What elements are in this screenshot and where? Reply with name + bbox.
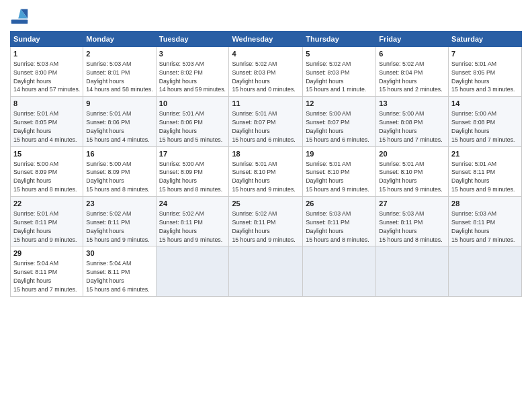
- calendar-cell: 8Sunrise: 5:01 AMSunset: 8:05 PMDaylight…: [11, 97, 83, 146]
- svg-rect-3: [11, 19, 28, 24]
- day-number: 17: [159, 149, 226, 159]
- day-number: 4: [232, 49, 300, 59]
- day-number: 12: [306, 99, 373, 109]
- day-number: 27: [379, 199, 445, 209]
- header: [10, 7, 522, 26]
- page: SundayMondayTuesdayWednesdayThursdayFrid…: [0, 0, 532, 411]
- calendar-cell: 30Sunrise: 5:04 AMSunset: 8:11 PMDayligh…: [83, 246, 156, 296]
- calendar-cell: 21Sunrise: 5:01 AMSunset: 8:11 PMDayligh…: [449, 146, 522, 196]
- calendar-cell: 2Sunrise: 5:03 AMSunset: 8:01 PMDaylight…: [83, 47, 156, 97]
- day-header-tuesday: Tuesday: [156, 32, 229, 47]
- day-number: 22: [13, 199, 80, 209]
- day-number: 24: [159, 199, 226, 209]
- day-info: Sunrise: 5:00 AMSunset: 8:09 PMDaylight …: [159, 161, 222, 193]
- day-info: Sunrise: 5:03 AMSunset: 8:11 PMDaylight …: [451, 210, 515, 243]
- day-number: 11: [232, 99, 300, 109]
- day-info: Sunrise: 5:00 AMSunset: 8:07 PMDaylight …: [306, 110, 369, 143]
- day-number: 23: [86, 199, 152, 209]
- calendar-cell: 10Sunrise: 5:01 AMSunset: 8:06 PMDayligh…: [156, 97, 229, 146]
- calendar-cell: [376, 246, 449, 296]
- day-header-saturday: Saturday: [449, 32, 522, 47]
- day-info: Sunrise: 5:01 AMSunset: 8:11 PMDaylight …: [13, 210, 77, 243]
- calendar-table: SundayMondayTuesdayWednesdayThursdayFrid…: [10, 31, 522, 297]
- day-info: Sunrise: 5:02 AMSunset: 8:11 PMDaylight …: [159, 210, 222, 243]
- day-number: 18: [232, 149, 300, 159]
- day-info: Sunrise: 5:00 AMSunset: 8:09 PMDaylight …: [13, 161, 77, 193]
- calendar-cell: [303, 246, 376, 296]
- day-info: Sunrise: 5:04 AMSunset: 8:11 PMDaylight …: [13, 260, 77, 293]
- day-info: Sunrise: 5:01 AMSunset: 8:10 PMDaylight …: [379, 161, 442, 193]
- day-info: Sunrise: 5:03 AMSunset: 8:11 PMDaylight …: [379, 210, 442, 243]
- calendar-cell: 17Sunrise: 5:00 AMSunset: 8:09 PMDayligh…: [156, 146, 229, 196]
- day-info: Sunrise: 5:02 AMSunset: 8:11 PMDaylight …: [86, 210, 149, 243]
- day-number: 9: [86, 99, 152, 109]
- day-number: 28: [451, 199, 519, 209]
- calendar-cell: 18Sunrise: 5:01 AMSunset: 8:10 PMDayligh…: [229, 146, 303, 196]
- calendar-cell: [449, 246, 522, 296]
- day-number: 26: [306, 199, 373, 209]
- calendar-cell: 4Sunrise: 5:02 AMSunset: 8:03 PMDaylight…: [229, 47, 303, 97]
- day-info: Sunrise: 5:03 AMSunset: 8:00 PMDaylight …: [13, 60, 80, 93]
- day-number: 21: [451, 149, 519, 159]
- calendar-cell: 12Sunrise: 5:00 AMSunset: 8:07 PMDayligh…: [303, 97, 376, 146]
- day-info: Sunrise: 5:01 AMSunset: 8:05 PMDaylight …: [451, 60, 515, 93]
- calendar-cell: 9Sunrise: 5:01 AMSunset: 8:06 PMDaylight…: [83, 97, 156, 146]
- day-info: Sunrise: 5:01 AMSunset: 8:10 PMDaylight …: [306, 161, 369, 193]
- calendar-cell: 7Sunrise: 5:01 AMSunset: 8:05 PMDaylight…: [449, 47, 522, 97]
- day-number: 6: [379, 49, 445, 59]
- day-number: 7: [451, 49, 519, 59]
- day-info: Sunrise: 5:00 AMSunset: 8:08 PMDaylight …: [379, 110, 442, 143]
- day-number: 16: [86, 149, 152, 159]
- calendar-cell: [156, 246, 229, 296]
- day-number: 15: [13, 149, 80, 159]
- day-number: 13: [379, 99, 445, 109]
- calendar-cell: 20Sunrise: 5:01 AMSunset: 8:10 PMDayligh…: [376, 146, 449, 196]
- day-number: 20: [379, 149, 445, 159]
- calendar-cell: 24Sunrise: 5:02 AMSunset: 8:11 PMDayligh…: [156, 197, 229, 246]
- day-number: 25: [232, 199, 300, 209]
- day-header-sunday: Sunday: [11, 32, 83, 47]
- day-info: Sunrise: 5:02 AMSunset: 8:03 PMDaylight …: [306, 60, 366, 93]
- calendar-week-1: 1Sunrise: 5:03 AMSunset: 8:00 PMDaylight…: [11, 47, 522, 97]
- day-info: Sunrise: 5:00 AMSunset: 8:09 PMDaylight …: [86, 161, 149, 193]
- calendar-cell: 6Sunrise: 5:02 AMSunset: 8:04 PMDaylight…: [376, 47, 449, 97]
- calendar-cell: 19Sunrise: 5:01 AMSunset: 8:10 PMDayligh…: [303, 146, 376, 196]
- calendar-cell: 11Sunrise: 5:01 AMSunset: 8:07 PMDayligh…: [229, 97, 303, 146]
- calendar-cell: 25Sunrise: 5:02 AMSunset: 8:11 PMDayligh…: [229, 197, 303, 246]
- calendar-cell: 29Sunrise: 5:04 AMSunset: 8:11 PMDayligh…: [11, 246, 83, 296]
- day-info: Sunrise: 5:01 AMSunset: 8:11 PMDaylight …: [451, 161, 515, 193]
- day-header-thursday: Thursday: [303, 32, 376, 47]
- logo: [10, 7, 32, 26]
- day-number: 5: [306, 49, 373, 59]
- day-info: Sunrise: 5:01 AMSunset: 8:07 PMDaylight …: [232, 110, 295, 143]
- calendar-cell: 28Sunrise: 5:03 AMSunset: 8:11 PMDayligh…: [449, 197, 522, 246]
- calendar-cell: 16Sunrise: 5:00 AMSunset: 8:09 PMDayligh…: [83, 146, 156, 196]
- day-number: 3: [159, 49, 226, 59]
- day-number: 19: [306, 149, 373, 159]
- day-info: Sunrise: 5:01 AMSunset: 8:10 PMDaylight …: [232, 161, 295, 193]
- calendar-cell: [229, 246, 303, 296]
- calendar-cell: 22Sunrise: 5:01 AMSunset: 8:11 PMDayligh…: [11, 197, 83, 246]
- day-info: Sunrise: 5:01 AMSunset: 8:06 PMDaylight …: [159, 110, 222, 143]
- day-number: 1: [13, 49, 80, 59]
- day-info: Sunrise: 5:02 AMSunset: 8:03 PMDaylight …: [232, 60, 295, 93]
- calendar-cell: 13Sunrise: 5:00 AMSunset: 8:08 PMDayligh…: [376, 97, 449, 146]
- day-info: Sunrise: 5:03 AMSunset: 8:01 PMDaylight …: [86, 60, 152, 93]
- day-header-wednesday: Wednesday: [229, 32, 303, 47]
- logo-icon: [10, 7, 29, 26]
- calendar-cell: 26Sunrise: 5:03 AMSunset: 8:11 PMDayligh…: [303, 197, 376, 246]
- calendar-week-3: 15Sunrise: 5:00 AMSunset: 8:09 PMDayligh…: [11, 146, 522, 196]
- calendar-header-row: SundayMondayTuesdayWednesdayThursdayFrid…: [11, 32, 522, 47]
- day-number: 14: [451, 99, 519, 109]
- day-info: Sunrise: 5:01 AMSunset: 8:06 PMDaylight …: [86, 110, 149, 143]
- calendar-cell: 15Sunrise: 5:00 AMSunset: 8:09 PMDayligh…: [11, 146, 83, 196]
- calendar-cell: 23Sunrise: 5:02 AMSunset: 8:11 PMDayligh…: [83, 197, 156, 246]
- day-info: Sunrise: 5:02 AMSunset: 8:11 PMDaylight …: [232, 210, 295, 243]
- calendar-cell: 1Sunrise: 5:03 AMSunset: 8:00 PMDaylight…: [11, 47, 83, 97]
- day-info: Sunrise: 5:04 AMSunset: 8:11 PMDaylight …: [86, 260, 149, 293]
- day-header-monday: Monday: [83, 32, 156, 47]
- calendar-week-2: 8Sunrise: 5:01 AMSunset: 8:05 PMDaylight…: [11, 97, 522, 146]
- day-info: Sunrise: 5:01 AMSunset: 8:05 PMDaylight …: [13, 110, 77, 143]
- day-info: Sunrise: 5:00 AMSunset: 8:08 PMDaylight …: [451, 110, 515, 143]
- day-header-friday: Friday: [376, 32, 449, 47]
